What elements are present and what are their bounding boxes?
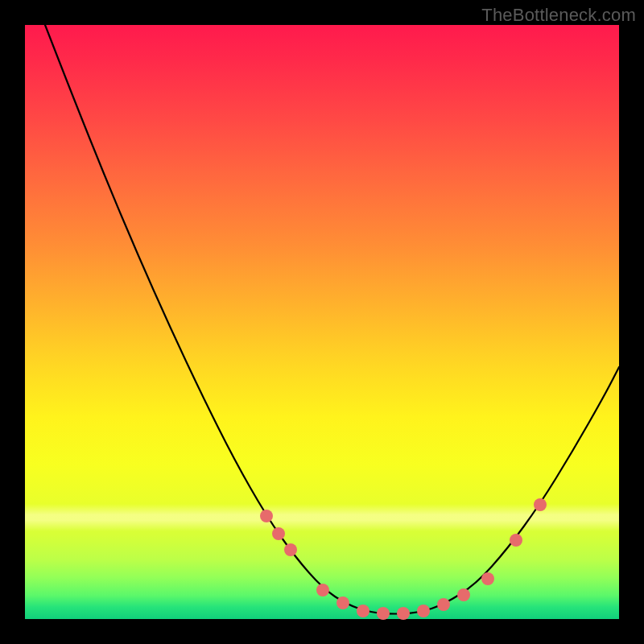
marker-point xyxy=(417,605,430,617)
marker-point xyxy=(437,598,450,611)
curve-svg xyxy=(25,25,619,619)
marker-point xyxy=(481,572,494,585)
marker-point xyxy=(284,543,297,556)
marker-point xyxy=(260,510,273,522)
marker-point xyxy=(534,498,547,511)
highlight-points xyxy=(260,498,547,620)
plot-area xyxy=(25,25,619,619)
marker-point xyxy=(457,588,470,601)
marker-point xyxy=(377,607,390,620)
marker-point xyxy=(336,597,349,609)
marker-point xyxy=(272,527,285,540)
watermark-text: TheBottleneck.com xyxy=(481,5,636,26)
marker-point xyxy=(397,607,410,620)
marker-point xyxy=(316,584,329,597)
bottleneck-curve xyxy=(45,25,619,614)
chart-stage: TheBottleneck.com xyxy=(0,0,644,644)
marker-point xyxy=(357,605,369,617)
marker-point xyxy=(510,534,522,547)
